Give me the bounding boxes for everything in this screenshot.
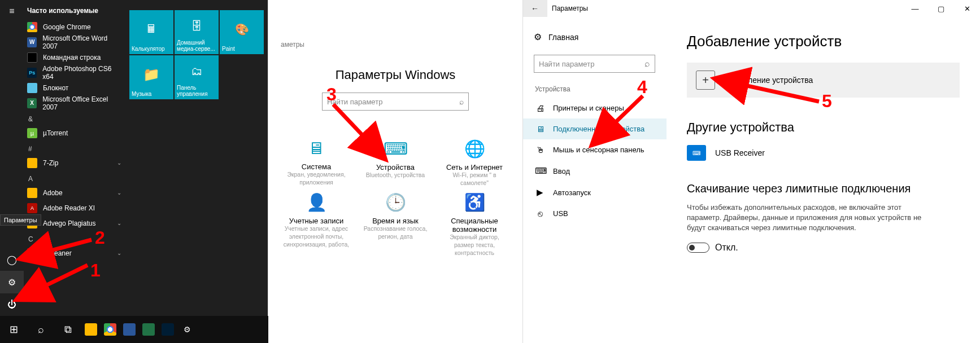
settings-tooltip: Параметры [0, 214, 41, 226]
letter-a[interactable]: A [24, 170, 125, 185]
app-notepad[interactable]: Блокнот [24, 80, 125, 95]
window-controls: — ▢ ✕ [902, 0, 980, 17]
ccleaner-icon [27, 248, 37, 258]
taskbar-photoshop[interactable] [158, 316, 177, 343]
devices-icon: 🖥 [535, 124, 545, 134]
folder-icon [85, 323, 97, 336]
folder-icon [27, 158, 37, 168]
calculator-icon: 🖩 [146, 12, 157, 46]
nav-mouse[interactable]: 🖱Мышь и сенсорная панель [522, 139, 667, 160]
toggle-track[interactable] [687, 243, 709, 253]
category-desc: Учетные записи, адрес электронной почты,… [280, 225, 353, 248]
nav-connected-devices[interactable]: 🖥Подключенные устройства [522, 118, 667, 139]
plus-icon: + [696, 71, 715, 90]
app-photoshop[interactable]: PsAdobe Photoshop CS6 x64 [24, 65, 125, 80]
tile-music[interactable]: 📁Музыка [129, 55, 173, 99]
taskbar-settings[interactable]: ⚙ [177, 316, 197, 343]
taskbar-word[interactable] [120, 316, 139, 343]
settings-categories: 🖥 Система Экран, уведомления, приложения… [268, 111, 522, 285]
app-label: Advego Plagiatus [43, 219, 95, 227]
globe-icon: 🌐 [438, 139, 511, 159]
taskbar-folder[interactable] [81, 316, 101, 343]
app-word[interactable]: WMicrosoft Office Word 2007 [24, 34, 125, 50]
maximize-button[interactable]: ▢ [928, 0, 954, 17]
start-button[interactable]: ⊞ [0, 316, 27, 343]
nav-input[interactable]: ⌨Ввод [522, 160, 667, 182]
letter-c[interactable]: C [24, 231, 125, 245]
letter-amp[interactable]: & [24, 111, 125, 125]
category-time[interactable]: 🕒 Время и язык Распознавание голоса, рег… [359, 192, 432, 257]
page-title: Добавление устройств [687, 33, 960, 50]
tile-paint[interactable]: 🎨Paint [220, 10, 264, 54]
close-button[interactable]: ✕ [954, 0, 980, 17]
word-icon [123, 323, 136, 336]
minimize-button[interactable]: — [902, 0, 928, 17]
app-label: Командная строка [43, 54, 101, 61]
category-devices[interactable]: ⌨ Устройства Bluetooth, устройства [359, 139, 432, 187]
hamburger-icon[interactable]: ≡ [0, 0, 24, 23]
tile-calculator[interactable]: 🖩Калькулятор [129, 10, 173, 54]
category-name: Устройства [359, 163, 432, 172]
settings-icon[interactable]: ⚙ [0, 271, 24, 293]
nav-label: Подключенные устройства [553, 125, 644, 133]
mouse-icon: 🖱 [535, 145, 545, 155]
chevron-down-icon: ⌄ [117, 250, 121, 256]
nav-home[interactable]: ⚙ Главная [522, 27, 667, 47]
app-label: Adobe Photoshop CS6 x64 [42, 65, 121, 81]
device-item[interactable]: ⌨ USB Receiver [687, 145, 960, 161]
search-icon: ⌕ [644, 59, 650, 69]
app-7zip[interactable]: 7-Zip⌄ [24, 155, 125, 170]
printer-icon: 🖨 [535, 103, 545, 113]
settings-search[interactable]: ⌕ [322, 93, 469, 111]
metered-description: Чтобы избежать дополнительных расходов, … [687, 203, 924, 234]
nav-usb[interactable]: ⎋USB [522, 203, 667, 224]
device-name: USB Receiver [715, 148, 765, 157]
back-button[interactable]: ← [522, 0, 547, 17]
add-device-button[interactable]: + Добавление устройства [687, 63, 960, 98]
chrome-icon [104, 323, 116, 336]
app-ccleaner[interactable]: CCleaner⌄ [24, 245, 125, 261]
settings-breadcrumb: аметры [268, 0, 304, 49]
keyboard-icon: ⌨ [687, 145, 706, 161]
tile-media[interactable]: 🗄Домашний медиа-серве... [175, 10, 219, 54]
category-ease[interactable]: ♿ Специальные возможности Экранный дикто… [438, 192, 511, 257]
app-cmd[interactable]: Командная строка [24, 50, 125, 65]
laptop-icon: 🖥 [280, 139, 353, 158]
app-excel[interactable]: XMicrosoft Office Excel 2007 [24, 95, 125, 111]
category-name: Учетные записи [280, 217, 353, 225]
app-utorrent[interactable]: µµTorrent [24, 125, 125, 140]
taskbar: ⊞ ⌕ ⧉ ⚙ [0, 316, 268, 343]
nav-label: USB [553, 209, 568, 218]
media-icon: 🗄 [191, 12, 202, 39]
nav-search-input[interactable] [539, 60, 644, 68]
tile-control-panel[interactable]: 🗂Панель управления [175, 55, 219, 99]
power-icon[interactable]: ⏻ [0, 293, 24, 316]
taskbar-excel[interactable] [139, 316, 158, 343]
category-name: Время и язык [359, 217, 432, 225]
search-button[interactable]: ⌕ [27, 316, 54, 343]
nav-search[interactable]: ⌕ [534, 55, 655, 73]
category-system[interactable]: 🖥 Система Экран, уведомления, приложения [280, 139, 353, 187]
nav-autoplay[interactable]: ▶Автозапуск [522, 182, 667, 203]
app-chrome[interactable]: Google Chrome [24, 19, 125, 34]
devices-icon: ⌨ [359, 139, 432, 159]
chevron-down-icon: ⌄ [117, 190, 121, 196]
app-adobe[interactable]: Adobe⌄ [24, 185, 125, 200]
window-titlebar: ← Параметры — ▢ ✕ [522, 0, 980, 17]
letter-hash[interactable]: # [24, 140, 125, 155]
settings-home-window: аметры Параметры Windows ⌕ 🖥 Система Экр… [268, 0, 522, 343]
category-name: Специальные возможности [438, 217, 511, 234]
app-label: Microsoft Office Excel 2007 [42, 95, 121, 111]
section-metered: Скачивание через лимитные подключения [687, 181, 960, 196]
nav-printers[interactable]: 🖨Принтеры и сканеры [522, 98, 667, 118]
metered-toggle[interactable]: Откл. [687, 243, 960, 253]
app-label: µTorrent [43, 129, 68, 137]
user-icon[interactable]: ◯ [0, 248, 24, 271]
taskview-button[interactable]: ⧉ [54, 316, 81, 343]
app-reader[interactable]: AAdobe Reader XI [24, 200, 125, 216]
category-network[interactable]: 🌐 Сеть и Интернет Wi-Fi, режим " в самол… [438, 139, 511, 187]
settings-search-input[interactable] [327, 98, 459, 106]
category-accounts[interactable]: 👤 Учетные записи Учетные записи, адрес э… [280, 192, 353, 257]
clock-icon: 🕒 [359, 192, 432, 212]
taskbar-chrome[interactable] [101, 316, 120, 343]
